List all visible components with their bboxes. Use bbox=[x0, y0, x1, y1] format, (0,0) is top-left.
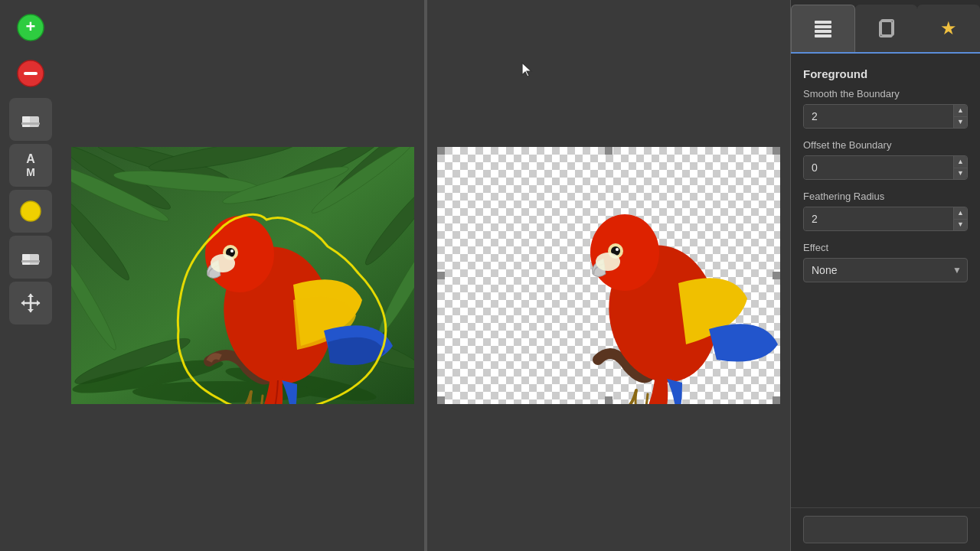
main-canvas bbox=[61, 0, 790, 551]
tab-layers[interactable] bbox=[791, 5, 855, 52]
svg-rect-3 bbox=[24, 72, 38, 75]
handle-bc[interactable] bbox=[605, 396, 612, 404]
smooth-boundary-spinner: ▲ ▼ bbox=[953, 105, 967, 128]
sidebar-tabs: ★ bbox=[791, 0, 980, 54]
feathering-down-button[interactable]: ▼ bbox=[954, 220, 967, 231]
color-button[interactable] bbox=[9, 190, 52, 233]
handle-rc[interactable] bbox=[773, 272, 780, 279]
handle-tr[interactable] bbox=[773, 147, 780, 155]
svg-rect-9 bbox=[22, 254, 30, 265]
toolbar: + A M bbox=[0, 0, 61, 551]
feathering-up-button[interactable]: ▲ bbox=[954, 207, 967, 220]
svg-point-7 bbox=[21, 201, 41, 221]
feathering-radius-spinner: ▲ ▼ bbox=[953, 207, 967, 230]
offset-up-button[interactable]: ▲ bbox=[954, 156, 967, 168]
eraser2-button[interactable] bbox=[9, 236, 52, 279]
text-auto-label: A bbox=[26, 152, 35, 166]
bottom-bar bbox=[803, 516, 968, 543]
feathering-radius-label: Feathering Radius bbox=[803, 191, 968, 202]
handle-bl[interactable] bbox=[437, 396, 445, 404]
offset-boundary-value[interactable] bbox=[804, 156, 953, 179]
right-parrot-image bbox=[437, 147, 780, 404]
effect-dropdown[interactable]: None Shadow Glow Blur bbox=[803, 258, 968, 282]
effect-dropdown-wrapper: None Shadow Glow Blur ▼ bbox=[803, 258, 968, 282]
svg-point-41 bbox=[596, 253, 620, 271]
offset-boundary-label: Offset the Boundary bbox=[803, 139, 968, 151]
eraser-button[interactable] bbox=[9, 98, 52, 141]
svg-rect-5 bbox=[22, 116, 30, 127]
smooth-up-button[interactable]: ▲ bbox=[954, 105, 967, 117]
smooth-boundary-value[interactable] bbox=[804, 105, 953, 128]
feathering-radius-value[interactable] bbox=[804, 207, 953, 230]
svg-rect-6 bbox=[21, 122, 40, 125]
left-image-panel[interactable] bbox=[61, 0, 424, 551]
svg-rect-43 bbox=[815, 21, 831, 24]
offset-boundary-input[interactable]: ▲ ▼ bbox=[803, 155, 968, 180]
svg-rect-44 bbox=[815, 30, 831, 33]
svg-rect-42 bbox=[815, 25, 831, 28]
right-image-panel[interactable] bbox=[427, 0, 790, 551]
smooth-boundary-label: Smooth the Boundary bbox=[803, 88, 968, 99]
svg-rect-45 bbox=[815, 34, 831, 37]
handle-lc[interactable] bbox=[437, 272, 445, 279]
smooth-down-button[interactable]: ▼ bbox=[954, 117, 967, 129]
sidebar-bottom bbox=[791, 507, 980, 551]
handle-tl[interactable] bbox=[437, 147, 445, 155]
move-button[interactable] bbox=[9, 282, 52, 324]
left-parrot-image bbox=[71, 147, 414, 404]
sidebar-content: Foreground Smooth the Boundary ▲ ▼ Offse… bbox=[791, 54, 980, 507]
layers-icon bbox=[812, 18, 835, 41]
right-canvas-wrapper bbox=[437, 147, 780, 404]
remove-button[interactable] bbox=[9, 52, 52, 95]
right-sidebar: ★ Foreground Smooth the Boundary ▲ ▼ Off… bbox=[790, 0, 980, 551]
handle-br[interactable] bbox=[773, 396, 780, 404]
add-button[interactable]: + bbox=[9, 6, 52, 49]
effect-label: Effect bbox=[803, 242, 968, 253]
offset-boundary-spinner: ▲ ▼ bbox=[953, 156, 967, 179]
svg-point-40 bbox=[616, 248, 619, 251]
smooth-boundary-input[interactable]: ▲ ▼ bbox=[803, 104, 968, 129]
svg-point-31 bbox=[205, 216, 274, 292]
text-manual-label: M bbox=[26, 166, 35, 179]
svg-point-37 bbox=[590, 214, 659, 291]
tab-copy[interactable] bbox=[855, 5, 918, 52]
handle-tc[interactable] bbox=[605, 147, 612, 155]
svg-point-35 bbox=[211, 254, 235, 272]
svg-text:+: + bbox=[26, 17, 36, 36]
star-icon: ★ bbox=[940, 18, 957, 39]
svg-point-34 bbox=[230, 249, 234, 253]
section-foreground-title: Foreground bbox=[803, 67, 968, 80]
feathering-radius-input[interactable]: ▲ ▼ bbox=[803, 207, 968, 231]
tab-star[interactable]: ★ bbox=[917, 5, 980, 52]
canvas-area bbox=[61, 0, 790, 551]
offset-down-button[interactable]: ▼ bbox=[954, 168, 967, 180]
text-button[interactable]: A M bbox=[9, 144, 52, 187]
svg-rect-10 bbox=[21, 260, 40, 262]
copy-icon bbox=[875, 17, 898, 40]
